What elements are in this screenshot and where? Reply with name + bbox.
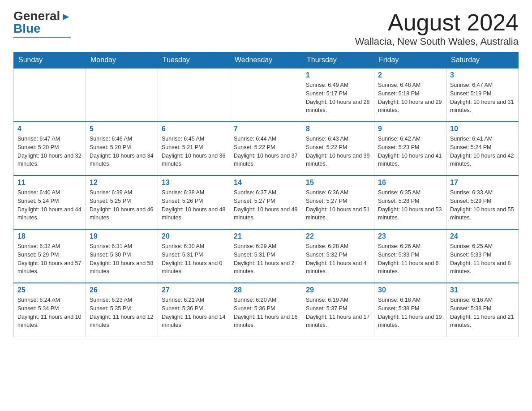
- day-info: Sunrise: 6:23 AMSunset: 5:35 PMDaylight:…: [90, 296, 154, 330]
- day-info: Sunrise: 6:26 AMSunset: 5:33 PMDaylight:…: [378, 242, 442, 276]
- calendar-cell: 25Sunrise: 6:24 AMSunset: 5:34 PMDayligh…: [14, 283, 86, 337]
- calendar-cell: 5Sunrise: 6:46 AMSunset: 5:20 PMDaylight…: [86, 122, 158, 176]
- day-number: 4: [17, 125, 82, 133]
- calendar-cell: 12Sunrise: 6:39 AMSunset: 5:25 PMDayligh…: [86, 176, 158, 229]
- day-info: Sunrise: 6:47 AMSunset: 5:20 PMDaylight:…: [17, 135, 82, 168]
- day-number: 7: [234, 125, 298, 133]
- day-info: Sunrise: 6:39 AMSunset: 5:25 PMDaylight:…: [90, 188, 154, 222]
- day-info: Sunrise: 6:29 AMSunset: 5:31 PMDaylight:…: [234, 242, 298, 276]
- day-info: Sunrise: 6:45 AMSunset: 5:21 PMDaylight:…: [162, 135, 226, 168]
- day-number: 19: [90, 232, 154, 240]
- day-info: Sunrise: 6:31 AMSunset: 5:30 PMDaylight:…: [90, 242, 154, 276]
- day-number: 25: [17, 286, 82, 294]
- day-number: 14: [234, 179, 298, 187]
- calendar-cell: 2Sunrise: 6:48 AMSunset: 5:18 PMDaylight…: [374, 68, 446, 122]
- day-number: 23: [378, 232, 442, 240]
- day-number: 10: [450, 125, 515, 133]
- day-number: 27: [162, 286, 226, 294]
- svg-marker-0: [63, 14, 69, 20]
- calendar-cell: 22Sunrise: 6:28 AMSunset: 5:32 PMDayligh…: [302, 229, 374, 283]
- day-number: 28: [234, 286, 298, 294]
- calendar-cell: 4Sunrise: 6:47 AMSunset: 5:20 PMDaylight…: [14, 122, 86, 176]
- logo: General Blue: [13, 9, 71, 38]
- day-number: 17: [450, 179, 515, 187]
- day-info: Sunrise: 6:28 AMSunset: 5:32 PMDaylight:…: [306, 242, 370, 276]
- calendar-cell: [230, 68, 302, 122]
- month-title: August 2024: [355, 9, 519, 36]
- day-number: 1: [306, 71, 370, 79]
- col-friday: Friday: [374, 52, 446, 68]
- col-wednesday: Wednesday: [230, 52, 302, 68]
- calendar-cell: 9Sunrise: 6:42 AMSunset: 5:23 PMDaylight…: [374, 122, 446, 176]
- col-saturday: Saturday: [446, 52, 519, 68]
- calendar-cell: 10Sunrise: 6:41 AMSunset: 5:24 PMDayligh…: [446, 122, 519, 176]
- day-number: 2: [378, 71, 442, 79]
- day-info: Sunrise: 6:21 AMSunset: 5:36 PMDaylight:…: [162, 296, 226, 330]
- day-info: Sunrise: 6:20 AMSunset: 5:36 PMDaylight:…: [234, 296, 298, 330]
- day-number: 29: [306, 286, 370, 294]
- day-info: Sunrise: 6:38 AMSunset: 5:26 PMDaylight:…: [162, 188, 226, 222]
- day-info: Sunrise: 6:47 AMSunset: 5:19 PMDaylight:…: [450, 81, 515, 115]
- day-number: 5: [90, 125, 154, 133]
- day-number: 18: [17, 232, 82, 240]
- calendar-cell: [14, 68, 86, 122]
- calendar-cell: 31Sunrise: 6:16 AMSunset: 5:38 PMDayligh…: [446, 283, 519, 337]
- calendar-week-row: 25Sunrise: 6:24 AMSunset: 5:34 PMDayligh…: [14, 283, 519, 337]
- day-info: Sunrise: 6:42 AMSunset: 5:23 PMDaylight:…: [378, 135, 442, 168]
- col-thursday: Thursday: [302, 52, 374, 68]
- calendar-header-row: Sunday Monday Tuesday Wednesday Thursday…: [14, 52, 519, 68]
- day-number: 22: [306, 232, 370, 240]
- day-info: Sunrise: 6:33 AMSunset: 5:29 PMDaylight:…: [450, 188, 515, 222]
- calendar-cell: 6Sunrise: 6:45 AMSunset: 5:21 PMDaylight…: [158, 122, 230, 176]
- calendar-cell: 30Sunrise: 6:18 AMSunset: 5:38 PMDayligh…: [374, 283, 446, 337]
- day-number: 21: [234, 232, 298, 240]
- day-info: Sunrise: 6:37 AMSunset: 5:27 PMDaylight:…: [234, 188, 298, 222]
- calendar-cell: 14Sunrise: 6:37 AMSunset: 5:27 PMDayligh…: [230, 176, 302, 229]
- day-number: 6: [162, 125, 226, 133]
- calendar-cell: 17Sunrise: 6:33 AMSunset: 5:29 PMDayligh…: [446, 176, 519, 229]
- calendar-cell: 29Sunrise: 6:19 AMSunset: 5:37 PMDayligh…: [302, 283, 374, 337]
- calendar-cell: 19Sunrise: 6:31 AMSunset: 5:30 PMDayligh…: [86, 229, 158, 283]
- page-header: General Blue August 2024 Wallacia, New S…: [13, 9, 519, 47]
- calendar-cell: 16Sunrise: 6:35 AMSunset: 5:28 PMDayligh…: [374, 176, 446, 229]
- calendar-cell: 18Sunrise: 6:32 AMSunset: 5:29 PMDayligh…: [14, 229, 86, 283]
- col-monday: Monday: [86, 52, 158, 68]
- day-info: Sunrise: 6:41 AMSunset: 5:24 PMDaylight:…: [450, 135, 515, 168]
- calendar-cell: [86, 68, 158, 122]
- day-number: 26: [90, 286, 154, 294]
- day-number: 9: [378, 125, 442, 133]
- day-info: Sunrise: 6:25 AMSunset: 5:33 PMDaylight:…: [450, 242, 515, 276]
- day-info: Sunrise: 6:49 AMSunset: 5:17 PMDaylight:…: [306, 81, 370, 115]
- day-number: 15: [306, 179, 370, 187]
- calendar-cell: 13Sunrise: 6:38 AMSunset: 5:26 PMDayligh…: [158, 176, 230, 229]
- calendar-cell: 24Sunrise: 6:25 AMSunset: 5:33 PMDayligh…: [446, 229, 519, 283]
- day-info: Sunrise: 6:16 AMSunset: 5:38 PMDaylight:…: [450, 296, 515, 330]
- day-number: 3: [450, 71, 515, 79]
- calendar-cell: 20Sunrise: 6:30 AMSunset: 5:31 PMDayligh…: [158, 229, 230, 283]
- calendar-week-row: 18Sunrise: 6:32 AMSunset: 5:29 PMDayligh…: [14, 229, 519, 283]
- day-info: Sunrise: 6:40 AMSunset: 5:24 PMDaylight:…: [17, 188, 82, 222]
- day-info: Sunrise: 6:48 AMSunset: 5:18 PMDaylight:…: [378, 81, 442, 115]
- calendar-cell: 23Sunrise: 6:26 AMSunset: 5:33 PMDayligh…: [374, 229, 446, 283]
- calendar-cell: 15Sunrise: 6:36 AMSunset: 5:27 PMDayligh…: [302, 176, 374, 229]
- day-number: 11: [17, 179, 82, 187]
- calendar-cell: 28Sunrise: 6:20 AMSunset: 5:36 PMDayligh…: [230, 283, 302, 337]
- day-number: 12: [90, 179, 154, 187]
- calendar-cell: 11Sunrise: 6:40 AMSunset: 5:24 PMDayligh…: [14, 176, 86, 229]
- day-info: Sunrise: 6:44 AMSunset: 5:22 PMDaylight:…: [234, 135, 298, 168]
- day-info: Sunrise: 6:35 AMSunset: 5:28 PMDaylight:…: [378, 188, 442, 222]
- calendar-week-row: 1Sunrise: 6:49 AMSunset: 5:17 PMDaylight…: [14, 68, 519, 122]
- day-info: Sunrise: 6:46 AMSunset: 5:20 PMDaylight:…: [90, 135, 154, 168]
- day-info: Sunrise: 6:43 AMSunset: 5:22 PMDaylight:…: [306, 135, 370, 168]
- calendar-cell: 26Sunrise: 6:23 AMSunset: 5:35 PMDayligh…: [86, 283, 158, 337]
- calendar-cell: 21Sunrise: 6:29 AMSunset: 5:31 PMDayligh…: [230, 229, 302, 283]
- logo-arrow-icon: [61, 9, 71, 23]
- day-number: 16: [378, 179, 442, 187]
- calendar-cell: 8Sunrise: 6:43 AMSunset: 5:22 PMDaylight…: [302, 122, 374, 176]
- day-info: Sunrise: 6:19 AMSunset: 5:37 PMDaylight:…: [306, 296, 370, 330]
- calendar-cell: 3Sunrise: 6:47 AMSunset: 5:19 PMDaylight…: [446, 68, 519, 122]
- calendar-cell: 1Sunrise: 6:49 AMSunset: 5:17 PMDaylight…: [302, 68, 374, 122]
- day-number: 31: [450, 286, 515, 294]
- calendar-cell: 27Sunrise: 6:21 AMSunset: 5:36 PMDayligh…: [158, 283, 230, 337]
- calendar-cell: 7Sunrise: 6:44 AMSunset: 5:22 PMDaylight…: [230, 122, 302, 176]
